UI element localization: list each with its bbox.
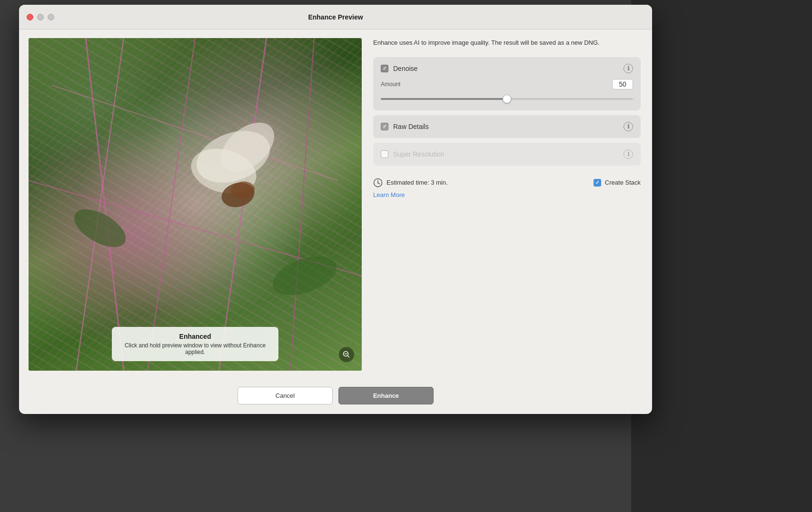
denoise-section: Denoise ℹ Amount 50	[373, 57, 641, 110]
super-resolution-section: Super Resolution ℹ	[373, 143, 641, 166]
title-bar: Enhance Preview	[19, 5, 652, 30]
learn-more-link[interactable]: Learn More	[373, 191, 641, 198]
maximize-button[interactable]	[48, 14, 54, 20]
denoise-slider-container	[381, 94, 633, 104]
description-text: Enhance uses AI to improve image quality…	[373, 38, 641, 48]
bottom-info: Estimated time: 3 min. Create Stack	[373, 178, 641, 187]
super-resolution-header: Super Resolution ℹ	[381, 149, 633, 159]
amount-label: Amount	[381, 81, 400, 88]
dialog-window: Enhance Preview	[19, 5, 652, 414]
image-preview[interactable]: Enhanced Click and hold preview window t…	[29, 38, 362, 371]
svg-point-12	[68, 202, 132, 255]
denoise-checkbox[interactable]	[381, 65, 388, 72]
super-resolution-checkbox[interactable]	[381, 150, 388, 158]
svg-line-0	[86, 38, 124, 371]
create-stack-checkbox[interactable]	[594, 179, 601, 187]
traffic-lights	[27, 14, 54, 20]
minimize-button[interactable]	[37, 14, 44, 20]
super-resolution-left: Super Resolution	[381, 150, 444, 158]
svg-line-15	[348, 356, 350, 358]
close-button[interactable]	[27, 14, 33, 20]
sidebar-background	[631, 0, 812, 512]
time-estimate: Estimated time: 3 min.	[373, 178, 448, 187]
svg-point-13	[267, 249, 341, 303]
content-area: Enhanced Click and hold preview window t…	[19, 30, 652, 379]
super-resolution-label: Super Resolution	[393, 150, 444, 158]
create-stack-option: Create Stack	[594, 179, 641, 187]
amount-value[interactable]: 50	[612, 79, 633, 89]
denoise-info-icon[interactable]: ℹ	[624, 64, 633, 73]
dialog-title: Enhance Preview	[308, 13, 363, 21]
svg-line-4	[290, 38, 314, 371]
amount-row: Amount 50	[381, 79, 633, 89]
raw-details-left: Raw Details	[381, 123, 429, 130]
svg-line-19	[378, 183, 380, 184]
denoise-slider-track[interactable]	[381, 98, 633, 100]
tooltip-body: Click and hold preview window to view wi…	[123, 342, 267, 355]
clock-icon	[373, 178, 383, 187]
action-buttons: Cancel Enhance	[19, 379, 652, 414]
cancel-button[interactable]: Cancel	[238, 387, 333, 404]
enhance-button[interactable]: Enhance	[338, 387, 434, 404]
enhanced-tooltip: Enhanced Click and hold preview window t…	[112, 327, 278, 361]
denoise-label: Denoise	[393, 65, 417, 72]
stems-svg	[29, 38, 362, 371]
tooltip-title: Enhanced	[123, 333, 267, 340]
super-resolution-info-icon[interactable]: ℹ	[624, 149, 633, 159]
raw-details-section: Raw Details ℹ	[373, 115, 641, 138]
svg-line-1	[76, 38, 124, 371]
right-panel: Enhance uses AI to improve image quality…	[373, 38, 641, 371]
svg-line-2	[148, 38, 195, 371]
denoise-header: Denoise ℹ	[381, 64, 633, 73]
zoom-icon	[343, 351, 350, 358]
raw-details-label: Raw Details	[393, 123, 429, 130]
raw-details-info-icon[interactable]: ℹ	[624, 122, 633, 131]
zoom-button[interactable]	[339, 347, 354, 362]
estimated-time-text: Estimated time: 3 min.	[386, 179, 448, 186]
denoise-left: Denoise	[381, 65, 417, 72]
denoise-slider-thumb[interactable]	[503, 95, 511, 103]
raw-details-header: Raw Details ℹ	[381, 122, 633, 131]
denoise-slider-fill	[381, 98, 507, 100]
create-stack-label: Create Stack	[605, 179, 641, 186]
raw-details-checkbox[interactable]	[381, 123, 388, 130]
